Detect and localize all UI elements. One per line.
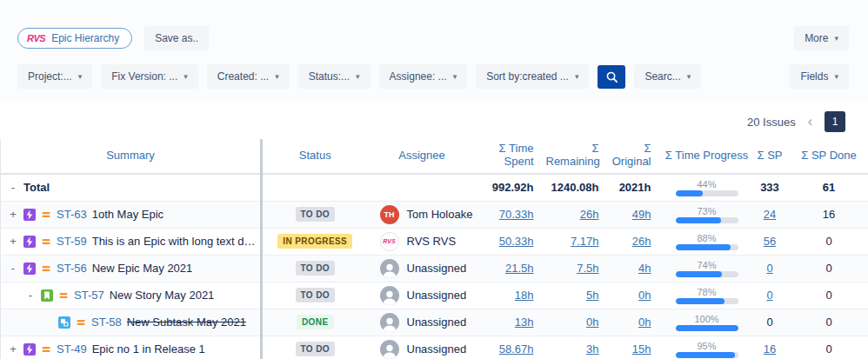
time-remaining-value-cell: 7.5h	[546, 255, 611, 282]
fields-button[interactable]: Fields ▾	[790, 64, 849, 89]
progress-percent: 44%	[664, 179, 751, 189]
time-spent-value[interactable]: 13h	[515, 316, 534, 329]
issue-key-link[interactable]: ST-56	[57, 262, 87, 275]
progress-bar-fill	[676, 244, 731, 250]
chevron-down-icon: ▾	[575, 73, 579, 81]
assignee-cell: THTom Holoake	[368, 201, 477, 228]
column-header[interactable]: Σ Time Spent	[477, 139, 546, 174]
chevron-down-icon: ▾	[78, 73, 83, 81]
report-type-badge[interactable]: RVS Epic Hierarchy	[17, 28, 132, 49]
column-header[interactable]: Assignee	[368, 139, 477, 174]
issue-key-link[interactable]: ST-59	[57, 235, 87, 248]
sp-done-value: 16	[823, 208, 835, 221]
unassigned-avatar-icon	[380, 286, 399, 305]
expand-toggle[interactable]: +	[8, 235, 18, 248]
time-original-value-cell: 26h	[611, 228, 664, 255]
filter-button[interactable]: Created: ...▾	[207, 64, 290, 89]
status-lozenge[interactable]: TO DO	[296, 261, 335, 276]
search-button[interactable]	[598, 65, 625, 89]
expand-toggle[interactable]: +	[8, 208, 18, 221]
unassigned-avatar-icon	[380, 313, 399, 332]
filter-button[interactable]: Fix Version: ...▾	[101, 64, 198, 89]
column-header[interactable]: Σ Time Progress	[664, 139, 751, 174]
time-original-value[interactable]: 0h	[638, 289, 651, 302]
assignee-name: RVS RVS	[407, 235, 457, 248]
issue-key-link[interactable]: ST-58	[91, 316, 122, 329]
status-lozenge[interactable]: TO DO	[296, 342, 335, 356]
time-spent-value[interactable]: 18h	[515, 289, 534, 302]
time-spent-value[interactable]: 58.67h	[499, 342, 534, 356]
more-button[interactable]: More ▾	[794, 26, 849, 50]
progress-bar	[676, 325, 738, 331]
time-remaining-value-cell: 0h	[546, 309, 611, 336]
time-remaining-value[interactable]: 7.17h	[571, 235, 599, 248]
table-row: -ST-57New Story May 2021TO DOUnassigned1…	[1, 282, 868, 309]
expand-toggle[interactable]: -	[25, 289, 36, 302]
time-original-value-cell: 0h	[611, 309, 664, 336]
time-progress-cell: 74%	[664, 255, 751, 282]
save-as-button[interactable]: Save as..	[144, 26, 209, 50]
status-lozenge[interactable]: TO DO	[296, 207, 335, 222]
sp-cell: 16	[751, 336, 790, 359]
status-cell: IN PROGRESS	[262, 228, 368, 255]
expand-toggle[interactable]: +	[8, 342, 18, 356]
current-page-button[interactable]: 1	[825, 111, 845, 132]
column-header[interactable]: Σ SP	[751, 139, 790, 174]
column-header[interactable]: Σ Remaining	[546, 139, 611, 174]
sp-value[interactable]: 24	[764, 208, 776, 221]
time-original-value-cell: 15h	[611, 336, 664, 359]
sp-value[interactable]: 56	[764, 235, 776, 248]
unassigned-avatar-icon	[380, 259, 399, 278]
filter-label: Sort by:created ...	[486, 70, 569, 83]
issue-key-link[interactable]: ST-57	[74, 289, 104, 302]
chevron-left-icon[interactable]: ‹	[806, 114, 814, 130]
time-spent-value-cell: 50.33h	[477, 228, 546, 255]
search-dropdown[interactable]: Searc... ▾	[634, 64, 701, 89]
column-header[interactable]: Σ SP Done	[790, 139, 868, 174]
time-remaining-value[interactable]: 0h	[586, 316, 598, 329]
time-original-value[interactable]: 49h	[632, 208, 651, 221]
sp-done-value: 61	[823, 181, 835, 194]
time-remaining-value[interactable]: 26h	[580, 208, 599, 221]
filter-label: Created: ...	[217, 70, 269, 83]
time-remaining-value[interactable]: 3h	[586, 342, 598, 356]
status-lozenge[interactable]: IN PROGRESS	[277, 234, 352, 249]
time-original-value[interactable]: 4h	[638, 262, 651, 275]
assignee-cell: RVSRVS RVS	[368, 228, 477, 255]
priority-medium-icon	[58, 290, 69, 301]
filter-button[interactable]: Status:...▾	[298, 64, 371, 89]
sp-value[interactable]: 0	[766, 262, 772, 275]
sp-done-cell: 0	[790, 282, 868, 309]
time-original-value[interactable]: 0h	[638, 316, 651, 329]
table-row: +ST-59This is an Epic with long text des…	[1, 228, 868, 255]
issue-key-link[interactable]: ST-49	[57, 342, 87, 356]
time-spent-value[interactable]: 70.33h	[499, 208, 534, 221]
issue-key-link[interactable]: ST-63	[57, 208, 87, 221]
sp-done-cell: 16	[790, 201, 868, 228]
table-row: +ST-631oth May EpicTO DOTHTom Holoake70.…	[1, 201, 868, 228]
time-original-value[interactable]: 26h	[632, 235, 651, 248]
filter-button[interactable]: Project:...▾	[17, 64, 92, 89]
subtask-icon	[58, 316, 70, 329]
filter-button[interactable]: Sort by:created ...▾	[476, 64, 589, 89]
expand-toggle[interactable]: -	[8, 181, 18, 194]
column-header[interactable]: Σ Original	[611, 139, 664, 174]
filter-button[interactable]: Assignee: ...▾	[379, 64, 468, 89]
expand-toggle[interactable]: -	[8, 262, 18, 275]
status-lozenge[interactable]: TO DO	[296, 288, 335, 302]
progress-percent: 73%	[664, 206, 751, 216]
status-lozenge[interactable]: DONE	[297, 315, 334, 329]
time-spent-value[interactable]: 21.5h	[505, 262, 534, 275]
time-original-value[interactable]: 15h	[632, 342, 651, 356]
column-header[interactable]: Status	[262, 139, 368, 174]
sp-value[interactable]: 16	[764, 342, 776, 356]
time-remaining-value[interactable]: 7.5h	[577, 262, 598, 275]
progress-bar-fill	[676, 298, 724, 304]
issue-summary: Epic no 1 in Release 1	[92, 342, 205, 356]
time-spent-value[interactable]: 50.33h	[499, 235, 534, 248]
time-remaining-value[interactable]: 5h	[586, 289, 598, 302]
sp-cell: 0	[751, 309, 790, 336]
status-cell: TO DO	[262, 201, 368, 228]
column-header[interactable]: Summary	[1, 139, 262, 174]
sp-value[interactable]: 0	[766, 289, 772, 302]
